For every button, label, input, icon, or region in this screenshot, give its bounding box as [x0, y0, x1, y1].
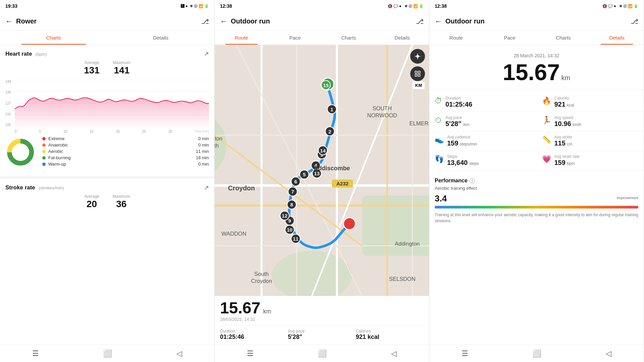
aerobic-row: 3.4 Improvement [435, 193, 638, 204]
aerobic-gradient-bar [435, 206, 638, 208]
map-type-button[interactable] [410, 66, 425, 81]
zone-aerobic: Aerobic 11 min [42, 149, 209, 154]
perf-info-icon[interactable]: i [470, 178, 475, 183]
svg-text:5: 5 [303, 172, 306, 177]
details-header-section: 28 March 2021, 14:32 15.67 km [429, 45, 644, 90]
cadence-info: Avg cadence 159 steps/min [447, 135, 477, 147]
svg-text:14: 14 [320, 148, 326, 154]
stroke-max-value: 36 [113, 199, 130, 209]
svg-text:Croydon: Croydon [228, 184, 255, 192]
back-nav-icon-2[interactable]: ◁ [391, 349, 397, 358]
details-distance-row: 15.67 km [435, 60, 638, 85]
tab-route-3[interactable]: Route [429, 31, 483, 45]
pace-info: Avg pace 5'28" /km [445, 115, 469, 128]
stroke-expand-icon[interactable]: ↗ [204, 184, 209, 191]
panel-rower: 19:33 🅵 ● ❋ ⓓ 📶 🔋 ← Rower ⎇ Charts Detai… [0, 0, 215, 362]
calories-value: 921 [554, 101, 566, 108]
back-button-3[interactable]: ← [435, 17, 442, 26]
screen-title-2: Outdoor run [231, 17, 270, 25]
svg-text:Thornton: Thornton [215, 135, 222, 141]
panel-details: 12:38 🔇 💬 ● ❋ ⓓ 📶 🔋 ← Outdoor run ⎇ Rout… [429, 0, 644, 362]
route-metrics-row: Duration 01:25:46 Avg pace 5'28" Calorie… [220, 325, 424, 341]
share-icon-3[interactable]: ⎇ [631, 17, 638, 25]
zone-extreme-name: Extreme [48, 136, 196, 141]
panel-content-1: Heart rate (bpm) ↗ Average 131 Maximum 1… [0, 45, 214, 345]
tab-details-1[interactable]: Details [107, 31, 215, 45]
menu-icon-2[interactable]: ☰ [247, 349, 254, 358]
route-calories-value: 921 kcal [356, 334, 424, 341]
stride-value: 115 [554, 139, 566, 147]
aerobic-training-label: Aerobic training effect [435, 186, 638, 191]
calories-value-row: 921 kcal [554, 101, 574, 108]
donut-svg [5, 137, 36, 167]
hr-avg-label: Average [84, 60, 100, 65]
hr-donut-chart [5, 137, 36, 167]
hr-y-labels: 149 138 127 116 105 [5, 80, 15, 127]
location-button[interactable] [410, 49, 425, 64]
metric-calories: 🔥 Calories 921 kcal [537, 93, 644, 112]
tab-pace-2[interactable]: Pace [268, 31, 322, 45]
status-time-3: 12:38 [435, 3, 447, 9]
zone-extreme-dot [42, 137, 46, 140]
route-duration-value: 01:25:46 [220, 334, 288, 341]
hr-expand-icon[interactable]: ↗ [204, 50, 209, 58]
perf-title-row: Performance i [435, 178, 638, 184]
map-background: A232 ▶ 1 2 3 [215, 45, 429, 296]
menu-icon-3[interactable]: ☰ [462, 349, 468, 358]
back-button-1[interactable]: ← [5, 17, 13, 26]
tab-pace-3[interactable]: Pace [483, 31, 537, 45]
tab-charts-1[interactable]: Charts [0, 31, 107, 45]
hr-header: Heart rate (bpm) ↗ [5, 50, 209, 58]
tabs-1: Charts Details [0, 31, 214, 45]
steps-icon: 👣 [435, 155, 444, 164]
share-icon-2[interactable]: ⎇ [416, 17, 424, 25]
stroke-stats-row: Average 20 Maximum 36 [5, 194, 209, 209]
route-stats: 15.67 km 28/03/2021, 14:32 Duration 01:2… [215, 296, 429, 345]
svg-text:A232: A232 [336, 181, 348, 186]
hr-chart: 149 138 127 116 105 [5, 80, 209, 133]
back-nav-icon-1[interactable]: ◁ [176, 349, 182, 358]
tab-charts-2[interactable]: Charts [322, 31, 376, 45]
route-distance-unit: km [263, 308, 271, 315]
cadence-value: 159 [447, 139, 458, 147]
metric-avg-speed: 🏃 Avg speed 10.96 km/h [537, 112, 644, 131]
home-icon-1[interactable]: ⬜ [103, 349, 112, 358]
details-distance: 15.67 [503, 59, 560, 85]
back-nav-icon-3[interactable]: ◁ [606, 349, 611, 358]
svg-text:Croydon: Croydon [251, 278, 272, 284]
svg-text:10: 10 [287, 227, 292, 233]
back-button-2[interactable]: ← [220, 17, 227, 26]
stroke-rate-section: Stroke rate (strokes/min) ↗ Average 20 M… [0, 179, 214, 219]
zone-extreme: Extreme 0 min [42, 136, 209, 141]
tab-details-2[interactable]: Details [375, 31, 429, 45]
duration-icon: ⏱ [435, 97, 442, 105]
share-icon-1[interactable]: ⎇ [201, 17, 209, 25]
zone-fat-burning-time: 18 min [196, 155, 209, 160]
details-date: 28 March 2021, 14:32 [435, 50, 638, 60]
home-icon-3[interactable]: ⬜ [532, 349, 541, 358]
cadence-label: Avg cadence [447, 135, 477, 139]
map-svg: A232 ▶ 1 2 3 [215, 45, 429, 296]
home-icon-2[interactable]: ⬜ [318, 349, 327, 358]
route-distance-row: 15.67 km [220, 300, 424, 316]
steps-value: 13,640 [447, 159, 468, 166]
stroke-title-row: Stroke rate (strokes/min) [5, 184, 64, 191]
svg-text:South: South [254, 271, 269, 277]
zone-anaerobic: Anaerobic 0 min [42, 142, 209, 147]
tab-details-3[interactable]: Details [590, 31, 644, 45]
details-distance-unit: km [561, 74, 570, 81]
svg-text:ELMERS END: ELMERS END [410, 120, 429, 126]
tab-route-2[interactable]: Route [215, 31, 268, 45]
svg-rect-83 [415, 74, 417, 76]
speed-unit: km/h [573, 122, 581, 127]
cadence-value-row: 159 steps/min [447, 139, 477, 147]
avg-hr-label: Avg heart rate [554, 154, 580, 159]
perf-description: Training at this level will enhance your… [435, 212, 638, 224]
menu-icon-1[interactable]: ☰ [32, 349, 39, 358]
calories-label: Calories [554, 96, 574, 101]
svg-text:Addington: Addington [395, 241, 420, 247]
zone-warmup-time: 0 min [198, 162, 209, 167]
svg-text:12: 12 [282, 213, 287, 219]
tab-charts-3[interactable]: Charts [537, 31, 590, 45]
zone-extreme-time: 0 min [198, 136, 209, 141]
